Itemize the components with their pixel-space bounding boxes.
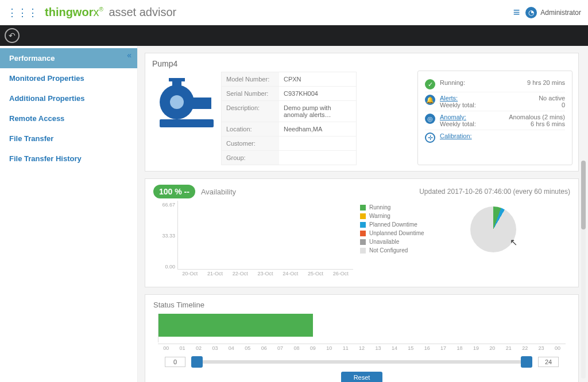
reset-button[interactable]: Reset: [341, 372, 383, 382]
legend-item: Unplanned Downtime: [360, 229, 452, 237]
legend-item: Running: [360, 203, 452, 212]
slider-track[interactable]: [191, 360, 532, 364]
apps-grid-icon[interactable]: ⋮⋮⋮: [7, 6, 38, 19]
meta-row: Location:Needham,MA: [222, 122, 356, 137]
legend-item: Warning: [360, 212, 452, 220]
availability-updated: Updated 2017-10-26 07:46:00 (every 60 mi…: [419, 188, 570, 196]
y-tick: 0.00: [158, 264, 175, 270]
meta-value: [279, 151, 356, 165]
status-row-alerts: 🔔 Alerts: Weekly total: No active 0: [425, 92, 565, 111]
chart-plot-area: [177, 201, 353, 270]
legend-swatch: [360, 248, 366, 254]
timeline-running-segment: [158, 314, 313, 337]
x-tick: 23-Oct: [253, 271, 278, 281]
timeline-tick: 18: [451, 344, 467, 351]
alerts-sublabel: Weekly total:: [440, 102, 476, 108]
anomaly-link[interactable]: Anomaly:: [440, 114, 466, 120]
legend-swatch: [360, 222, 366, 228]
meta-row: Serial Number:C937KH004: [222, 87, 356, 101]
sidebar-item[interactable]: Monitored Properties: [0, 68, 137, 88]
timeline-tick: 12: [354, 344, 370, 351]
y-tick: 66.67: [158, 202, 175, 208]
scrollbar-thumb[interactable]: [581, 161, 586, 229]
timeline-tick: 20: [484, 344, 500, 351]
alerts-value2: 0: [562, 102, 565, 108]
availability-pie-chart: ↖: [459, 201, 528, 258]
chart-y-axis: 66.6733.330.00: [158, 201, 176, 270]
scrollbar[interactable]: [581, 161, 586, 379]
timeline-tick: 01: [174, 344, 190, 351]
slider-from-value[interactable]: 0: [165, 357, 185, 367]
legend-label: Planned Downtime: [369, 221, 417, 228]
cursor-icon: ↖: [510, 237, 517, 248]
calibration-link[interactable]: Calibration:: [440, 132, 472, 139]
legend-item: Not Configured: [360, 246, 452, 255]
slider-thumb-to[interactable]: [521, 356, 532, 368]
sidebar: « PerformanceMonitored PropertiesAdditio…: [0, 46, 138, 382]
sidebar-item[interactable]: Remote Access: [0, 108, 137, 128]
timeline-tick: 05: [239, 344, 256, 351]
status-row-anomaly: ◎ Anomaly: Weekly total: Anomalous (2 mi…: [425, 111, 565, 130]
meta-row: Group:: [222, 151, 356, 165]
timeline-tick: 00: [158, 344, 174, 351]
timeline-tick: 03: [207, 344, 223, 351]
timeline-bar-area: [158, 314, 566, 342]
timeline-tick: 07: [272, 344, 288, 351]
svg-point-2: [170, 95, 184, 109]
timeline-tick: 15: [403, 344, 419, 351]
timeline-tick: 04: [223, 344, 239, 351]
timeline-tick: 11: [337, 344, 353, 351]
status-running-label: Running:: [440, 79, 509, 86]
brand-thingwor: thingwor: [45, 6, 93, 18]
brand: thingworx® asset advisor: [45, 6, 176, 19]
sidebar-item[interactable]: Additional Properties: [0, 88, 137, 108]
sidebar-item[interactable]: File Transfer History: [0, 149, 137, 169]
meta-value: [279, 137, 356, 150]
legend-label: Not Configured: [369, 247, 408, 254]
meta-key: Location:: [222, 122, 279, 136]
x-tick: 25-Oct: [303, 271, 328, 281]
status-timeline-panel: Status Timeline 000102030405060708091011…: [145, 294, 579, 382]
meta-value: Needham,MA: [279, 122, 356, 136]
sidebar-item[interactable]: Performance: [0, 48, 137, 68]
pump-icon: [155, 75, 218, 132]
brand-x: x: [93, 6, 99, 18]
legend-item: Planned Downtime: [360, 220, 452, 229]
sidebar-item[interactable]: File Transfer: [0, 128, 137, 149]
x-tick: 20-Oct: [177, 271, 203, 281]
timeline-slider[interactable]: 0 24: [165, 357, 559, 367]
asset-status-box: ✓ Running: 9 hrs 20 mins 🔔 Alerts: Weekl…: [417, 71, 572, 165]
legend-label: Running: [369, 204, 390, 211]
availability-title: Availability: [201, 188, 236, 196]
x-tick: 26-Oct: [328, 271, 353, 281]
timeline-tick: 06: [256, 344, 272, 351]
brand-reg: ®: [99, 6, 103, 13]
user-label: Administrator: [540, 9, 581, 17]
meta-row: Customer:: [222, 137, 356, 151]
timeline-tick: 22: [517, 344, 533, 351]
svg-rect-3: [192, 98, 211, 109]
alerts-link[interactable]: Alerts:: [440, 95, 458, 102]
slider-to-value[interactable]: 24: [538, 357, 559, 367]
target-icon: ◎: [425, 114, 435, 124]
user-menu[interactable]: ◔ Administrator: [525, 7, 581, 18]
status-row-calibration: ✛ Calibration:: [425, 130, 565, 145]
alerts-value1: No active: [539, 95, 565, 102]
menu-icon[interactable]: ≡: [513, 6, 520, 19]
legend-label: Warning: [369, 213, 390, 219]
collapse-sidebar-icon[interactable]: «: [127, 50, 131, 60]
crosshair-icon: ✛: [425, 132, 435, 143]
availability-bar-chart: 66.6733.330.00 20-Oct21-Oct22-Oct23-Oct2…: [158, 201, 353, 281]
slider-thumb-from[interactable]: [191, 356, 203, 368]
svg-rect-0: [160, 119, 214, 127]
svg-rect-4: [172, 80, 181, 88]
pie-icon: [470, 206, 516, 252]
back-button[interactable]: ↶: [5, 28, 20, 43]
svg-rect-5: [169, 78, 185, 81]
bell-icon: 🔔: [425, 95, 435, 105]
timeline-tick: 23: [533, 344, 549, 351]
meta-value: C937KH004: [279, 87, 356, 100]
legend-item: Unavailable: [360, 237, 452, 246]
timeline-tick: 13: [370, 344, 386, 351]
asset-title: Pump4: [152, 59, 357, 68]
